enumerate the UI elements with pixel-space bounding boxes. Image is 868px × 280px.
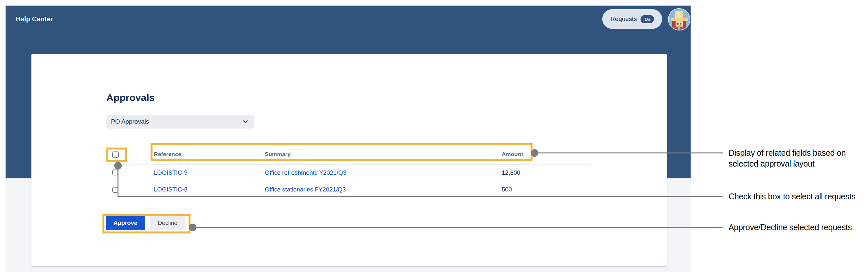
table-divider (106, 164, 592, 165)
header-row-highlight-box (151, 143, 532, 161)
annotation-related-fields: Display of related fields based on selec… (728, 147, 846, 169)
help-center-title: Help Center (16, 16, 53, 23)
help-center-screenshot: Help Center Requests 16 (6, 6, 691, 272)
column-header-summary: Summary (265, 151, 291, 158)
summary-link[interactable]: Office refreshments Y2021/Q3 (265, 169, 346, 176)
table-divider (106, 181, 592, 181)
chevron-down-icon (243, 120, 248, 123)
requests-count-badge: 16 (641, 15, 654, 23)
select-all-checkbox[interactable] (112, 151, 119, 158)
page-title: Approvals (106, 92, 155, 103)
annotation-line: selected approval layout (728, 158, 846, 169)
column-header-reference: Reference (154, 151, 181, 158)
annotation-select-all: Check this box to select all requests (728, 191, 856, 202)
approvals-card: Approvals PO Approvals Reference Summary… (31, 54, 667, 266)
summary-link[interactable]: Office stationaries FY2021/Q3 (265, 186, 346, 193)
amount-value: 500 (502, 186, 512, 193)
requests-button[interactable]: Requests 16 (602, 9, 662, 29)
row-checkbox-logistic-8[interactable] (112, 187, 118, 193)
annotated-screenshot-canvas: Help Center Requests 16 (0, 0, 868, 280)
avatar-pixel-art-icon (669, 9, 690, 30)
approve-button[interactable]: Approve (106, 216, 145, 230)
user-avatar[interactable] (669, 9, 690, 30)
approval-layout-selected-value: PO Approvals (111, 118, 149, 125)
annotation-approve-decline: Approve/Decline selected requests (728, 222, 851, 233)
approval-layout-select[interactable]: PO Approvals (106, 115, 254, 129)
reference-link[interactable]: LOGISTIC-8 (154, 186, 188, 193)
table-bottom-divider (106, 199, 592, 199)
amount-value: 12,600 (502, 169, 520, 176)
row-checkbox-logistic-9[interactable] (112, 169, 118, 175)
annotation-line: Display of related fields based on (728, 147, 846, 158)
reference-link[interactable]: LOGISTIC-9 (154, 169, 188, 176)
decline-button[interactable]: Decline (150, 216, 186, 230)
column-header-amount: Amount (502, 151, 523, 158)
requests-button-label: Requests (611, 16, 637, 23)
